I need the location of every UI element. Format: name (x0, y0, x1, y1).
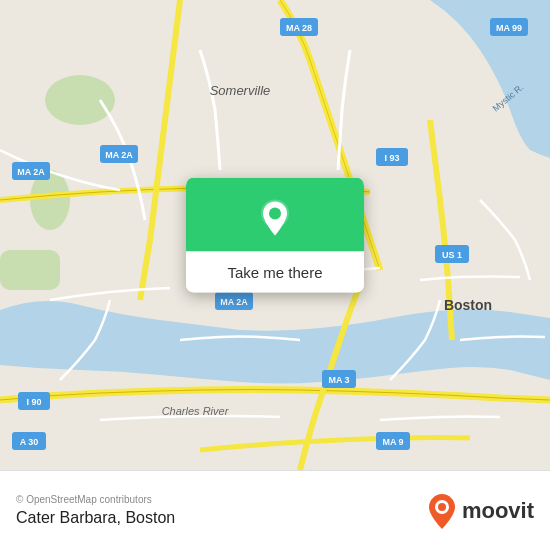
svg-text:Boston: Boston (444, 297, 492, 313)
svg-text:MA 28: MA 28 (286, 23, 312, 33)
svg-point-1 (45, 75, 115, 125)
bottom-bar: © OpenStreetMap contributors Cater Barba… (0, 470, 550, 550)
svg-point-33 (438, 503, 446, 511)
attribution: © OpenStreetMap contributors (16, 494, 175, 505)
svg-text:MA 2A: MA 2A (17, 167, 45, 177)
svg-text:Somerville: Somerville (210, 83, 271, 98)
svg-text:MA 9: MA 9 (382, 437, 403, 447)
moovit-logo: moovit (426, 492, 534, 530)
svg-text:I 93: I 93 (384, 153, 399, 163)
location-pin-icon (253, 196, 297, 240)
svg-text:Charles River: Charles River (162, 405, 230, 417)
svg-text:MA 2A: MA 2A (105, 150, 133, 160)
moovit-pin-icon (426, 492, 458, 530)
svg-rect-3 (0, 250, 60, 290)
svg-text:US 1: US 1 (442, 250, 462, 260)
svg-text:MA 3: MA 3 (328, 375, 349, 385)
svg-text:MA 99: MA 99 (496, 23, 522, 33)
svg-text:MA 2A: MA 2A (220, 297, 248, 307)
card-header (186, 178, 364, 252)
svg-point-31 (269, 208, 281, 220)
place-name: Cater Barbara, Boston (16, 509, 175, 527)
navigation-card: Take me there (186, 178, 364, 293)
svg-text:I 90: I 90 (26, 397, 41, 407)
moovit-text: moovit (462, 498, 534, 524)
svg-text:A 30: A 30 (20, 437, 39, 447)
take-me-there-button[interactable]: Take me there (186, 252, 364, 293)
place-info: © OpenStreetMap contributors Cater Barba… (16, 494, 175, 527)
map-container: MA 28 MA 99 MA 2A MA 2A MA 2A I 93 US 1 … (0, 0, 550, 470)
